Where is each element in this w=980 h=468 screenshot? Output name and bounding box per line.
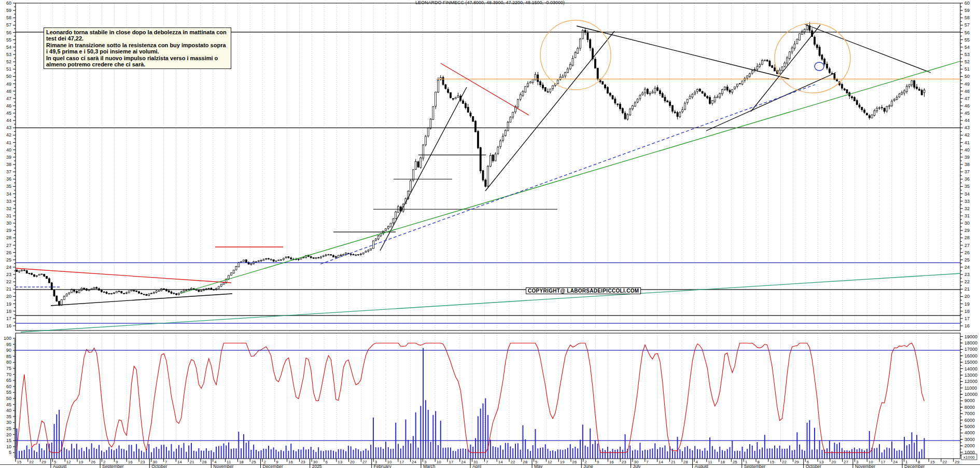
volume-bar xyxy=(490,439,491,459)
red-descending-2024[interactable] xyxy=(16,268,231,283)
volume-bar xyxy=(19,451,20,459)
volume-bar xyxy=(166,447,167,459)
volume-bar xyxy=(24,450,25,459)
rising-support-2024[interactable] xyxy=(51,294,232,306)
channel-low-aug-oct[interactable] xyxy=(706,73,836,131)
volume-bar xyxy=(114,450,115,459)
entry-circle-december[interactable] xyxy=(815,62,824,71)
oscillator-axis-label: 55 xyxy=(6,390,11,395)
candle-up xyxy=(522,91,524,95)
candle-up xyxy=(377,236,379,239)
oscillator-axis-label: 95 xyxy=(6,342,11,347)
volume-bar xyxy=(884,449,885,459)
candle-up xyxy=(223,283,225,284)
candle-down xyxy=(335,257,337,257)
candle-up xyxy=(904,91,905,93)
volume-bar xyxy=(74,448,75,459)
volume-bar xyxy=(201,450,202,459)
volume-bar xyxy=(258,451,259,459)
volume-bar xyxy=(21,450,22,459)
price-axis-label-left: 23 xyxy=(6,272,11,277)
downtrend-jun-sep[interactable] xyxy=(577,26,789,79)
volume-bar xyxy=(460,449,461,459)
week-label: 28 xyxy=(683,460,688,464)
volume-bar xyxy=(660,447,661,459)
volume-bar xyxy=(879,444,880,459)
candle-up xyxy=(385,229,386,231)
candle-up xyxy=(315,258,317,258)
volume-bar xyxy=(919,451,920,459)
volume-bar xyxy=(639,443,640,459)
uptrend-feb-mar[interactable] xyxy=(380,87,467,251)
candle-up xyxy=(63,296,65,300)
volume-bar xyxy=(687,446,688,459)
price-axis-label-right: 32 xyxy=(964,206,970,211)
price-axis-label-left: 28 xyxy=(6,235,11,240)
candle-up xyxy=(517,100,519,107)
month-label: September xyxy=(102,464,124,468)
stock-chart-canvas[interactable]: 1616171718181919202021212222232324242525… xyxy=(0,0,980,468)
chart-title: LEONARDO FINMECC (47.8000, 48.3900, 47.2… xyxy=(0,0,980,5)
price-axis-label-right: 48 xyxy=(964,89,970,94)
volume-bar xyxy=(447,447,449,459)
candle-up xyxy=(761,61,763,65)
volume-bar xyxy=(886,448,887,459)
volume-axis-label: 13000 xyxy=(964,373,977,378)
candle-up xyxy=(911,81,913,85)
candle-up xyxy=(375,239,376,241)
red-descending-april[interactable] xyxy=(441,63,529,115)
volume-bar xyxy=(221,446,222,459)
volume-bar xyxy=(562,450,563,459)
candle-down xyxy=(674,112,676,113)
candle-down xyxy=(864,110,865,113)
candle-up xyxy=(627,115,628,119)
volume-bar xyxy=(737,450,738,459)
candle-down xyxy=(821,55,823,59)
analysis-note[interactable]: Leonardo torna stabile in close dopo la … xyxy=(44,27,231,69)
candle-up xyxy=(111,293,113,294)
blue-dashed-trend[interactable] xyxy=(320,85,815,264)
volume-bar xyxy=(704,448,705,459)
candle-down xyxy=(671,105,673,111)
candle-down xyxy=(704,93,706,96)
volume-axis-label: 18000 xyxy=(964,340,977,346)
uptrend-sep-oct[interactable] xyxy=(751,25,820,112)
downtrend-oct-dec[interactable] xyxy=(804,24,931,73)
analysis-note-line: Leonardo torna stabile in close dopo la … xyxy=(46,29,229,42)
price-axis-label-left: 42 xyxy=(6,132,11,137)
candle-up xyxy=(38,274,40,276)
volume-bar xyxy=(328,450,329,459)
candle-up xyxy=(395,212,397,218)
candle-down xyxy=(56,296,58,301)
candle-up xyxy=(495,154,496,161)
candle-down xyxy=(492,155,494,161)
volume-bar xyxy=(650,449,651,459)
week-label: 15 xyxy=(17,460,22,464)
candle-down xyxy=(659,91,661,94)
price-axis-label-right: 43 xyxy=(964,125,970,130)
volume-bar xyxy=(355,448,356,459)
volume-bar xyxy=(742,447,743,459)
uptrend-apr-jun[interactable] xyxy=(485,31,614,191)
volume-bar xyxy=(263,449,264,459)
candle-up xyxy=(208,288,209,289)
oscillator-axis-label: 45 xyxy=(6,402,11,407)
candle-down xyxy=(330,255,332,255)
candle-down xyxy=(869,116,870,118)
price-axis-label-right: 23 xyxy=(964,272,970,277)
volume-bar xyxy=(121,449,122,459)
long-term-green-trend[interactable] xyxy=(181,61,960,293)
volume-bar xyxy=(351,446,352,459)
volume-bar xyxy=(79,450,80,459)
candle-up xyxy=(153,292,155,293)
candle-down xyxy=(607,87,608,93)
week-label: 16 xyxy=(288,460,293,464)
candle-down xyxy=(547,92,549,92)
week-label: 25 xyxy=(251,460,256,464)
candle-down xyxy=(836,79,838,81)
volume-bar xyxy=(749,444,750,459)
candle-up xyxy=(220,284,222,286)
oscillator-axis-label: 25 xyxy=(6,426,11,431)
candle-down xyxy=(866,113,867,115)
candle-down xyxy=(245,260,247,263)
